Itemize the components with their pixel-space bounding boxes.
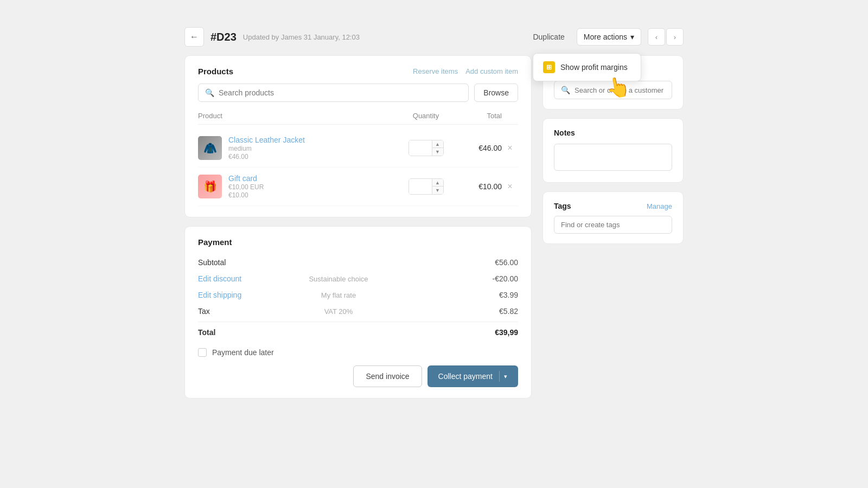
table-header: Product Quantity Total <box>198 112 518 125</box>
collect-chevron-icon[interactable]: ▾ <box>504 373 507 380</box>
col-product-header: Product <box>198 112 399 120</box>
bottom-buttons: Send invoice Collect payment ▾ <box>198 359 518 387</box>
product-name-jacket[interactable]: Classic Leather Jacket <box>228 136 399 144</box>
shipping-amount: €3.99 <box>475 291 518 299</box>
col-total-header: Total <box>453 112 502 120</box>
product-thumb-jacket: 🧥 <box>198 136 222 160</box>
payment-title: Payment <box>198 237 518 247</box>
collect-payment-label: Collect payment <box>438 372 493 381</box>
qty-arrows-jacket: ▲ ▼ <box>432 140 443 156</box>
qty-control-jacket[interactable]: 1 ▲ ▼ <box>399 140 453 156</box>
payment-row-subtotal: Subtotal €56.00 <box>198 254 518 271</box>
tax-amount: €5.82 <box>475 307 518 316</box>
qty-arrows-giftcard: ▲ ▼ <box>432 179 443 194</box>
more-actions-button[interactable]: More actions ▾ <box>577 28 641 46</box>
customer-search-icon: 🔍 <box>561 86 570 94</box>
main-layout: Products Reserve items Add custom item 🔍… <box>184 55 684 399</box>
subtotal-label: Subtotal <box>198 258 475 267</box>
notes-title: Notes <box>554 129 672 137</box>
payment-row-shipping: Edit shipping My flat rate €3.99 <box>198 287 518 303</box>
manage-tags-link[interactable]: Manage <box>647 202 672 210</box>
right-panel: Customer 🔍 Notes Tags Manage <box>542 55 684 244</box>
payment-row-total: Total €39,99 <box>198 324 518 341</box>
tags-input[interactable] <box>554 216 672 234</box>
qty-down-giftcard[interactable]: ▼ <box>432 187 443 194</box>
payment-row-discount: Edit discount Sustainable choice -€20.00 <box>198 271 518 287</box>
products-search-input[interactable] <box>219 88 462 97</box>
products-header: Products Reserve items Add custom item <box>198 67 518 76</box>
product-thumb-giftcard: 🎁 <box>198 175 222 198</box>
qty-control-giftcard[interactable]: 1 ▲ ▼ <box>399 178 453 195</box>
col-quantity-header: Quantity <box>399 112 453 120</box>
more-actions-label: More actions <box>584 33 627 41</box>
product-variant-giftcard: €10,00 EUR <box>228 183 399 191</box>
product-name-giftcard[interactable]: Gift card <box>228 174 399 183</box>
notes-card: Notes <box>542 118 684 183</box>
subtotal-amount: €56.00 <box>475 258 518 267</box>
payment-due-later-row: Payment due later <box>198 341 518 359</box>
add-custom-item-link[interactable]: Add custom item <box>465 67 518 75</box>
discount-amount: -€20.00 <box>475 274 518 283</box>
search-row: 🔍 Browse <box>198 84 518 102</box>
tags-card: Tags Manage <box>542 191 684 244</box>
collect-payment-button[interactable]: Collect payment ▾ <box>427 365 518 387</box>
products-actions: Reserve items Add custom item <box>413 67 518 75</box>
show-profit-margins-item[interactable]: ⊞ Show profit margins <box>537 57 637 78</box>
tax-label: Tax <box>198 307 320 316</box>
order-id: #D23 <box>210 31 237 43</box>
products-card: Products Reserve items Add custom item 🔍… <box>184 55 532 217</box>
product-price-jacket: €46.00 <box>228 153 399 160</box>
product-row-giftcard: 🎁 Gift card €10,00 EUR €10.00 1 ▲ ▼ <box>198 168 518 206</box>
tax-desc: VAT 20% <box>324 307 353 316</box>
product-row-jacket: 🧥 Classic Leather Jacket medium €46.00 1… <box>198 129 518 168</box>
left-panel: Products Reserve items Add custom item 🔍… <box>184 55 532 399</box>
search-icon: 🔍 <box>205 88 214 97</box>
qty-input-jacket[interactable]: 1 <box>409 140 432 156</box>
back-icon: ← <box>190 32 199 42</box>
send-invoice-button[interactable]: Send invoice <box>353 365 422 387</box>
payment-due-later-label: Payment due later <box>212 348 274 357</box>
qty-up-giftcard[interactable]: ▲ <box>432 179 443 187</box>
tags-header: Tags Manage <box>554 202 672 210</box>
more-actions-dropdown: ⊞ Show profit margins <box>533 53 641 81</box>
payment-card: Payment Subtotal €56.00 Edit discount Su… <box>184 226 532 399</box>
discount-desc: Sustainable choice <box>309 275 368 283</box>
chevron-down-icon: ▾ <box>630 33 634 41</box>
qty-input-giftcard[interactable]: 1 <box>409 179 432 194</box>
tags-title: Tags <box>554 202 571 210</box>
remove-jacket-button[interactable]: × <box>502 143 518 153</box>
payment-due-later-checkbox[interactable] <box>198 348 207 357</box>
collect-divider <box>499 371 500 382</box>
product-variant-jacket: medium <box>228 145 399 152</box>
header: ← #D23 Updated by James 31 January, 12:0… <box>184 27 684 47</box>
updated-by: Updated by James 31 January, 12:03 <box>243 33 360 41</box>
total-amount: €39,99 <box>475 328 518 337</box>
edit-discount-link[interactable]: Edit discount <box>198 274 304 283</box>
back-button[interactable]: ← <box>184 27 204 47</box>
product-info-jacket: Classic Leather Jacket medium €46.00 <box>228 136 399 160</box>
total-giftcard: €10.00 <box>453 182 502 191</box>
shipping-desc: My flat rate <box>321 291 356 299</box>
product-info-giftcard: Gift card €10,00 EUR €10.00 <box>228 174 399 199</box>
customer-search-wrap[interactable]: 🔍 <box>554 81 672 99</box>
browse-button[interactable]: Browse <box>474 84 518 102</box>
reserve-items-link[interactable]: Reserve items <box>413 67 458 75</box>
payment-divider <box>198 322 518 322</box>
product-price-giftcard: €10.00 <box>228 191 399 199</box>
duplicate-button[interactable]: Duplicate <box>527 29 570 44</box>
remove-giftcard-button[interactable]: × <box>502 182 518 191</box>
customer-search-input[interactable] <box>575 86 665 94</box>
payment-row-tax: Tax VAT 20% €5.82 <box>198 303 518 319</box>
products-search-wrap[interactable]: 🔍 <box>198 84 469 102</box>
products-title: Products <box>198 67 233 76</box>
notes-textarea[interactable] <box>554 144 672 171</box>
prev-order-button[interactable]: ‹ <box>648 28 665 46</box>
qty-down-jacket[interactable]: ▼ <box>432 148 443 156</box>
header-actions: Duplicate More actions ▾ ⊞ Show profit m… <box>527 28 684 46</box>
qty-up-jacket[interactable]: ▲ <box>432 140 443 148</box>
edit-shipping-link[interactable]: Edit shipping <box>198 291 317 299</box>
show-profit-margins-label: Show profit margins <box>560 63 628 72</box>
profit-margins-icon: ⊞ <box>543 61 555 73</box>
next-order-button[interactable]: › <box>666 28 684 46</box>
total-jacket: €46.00 <box>453 144 502 152</box>
